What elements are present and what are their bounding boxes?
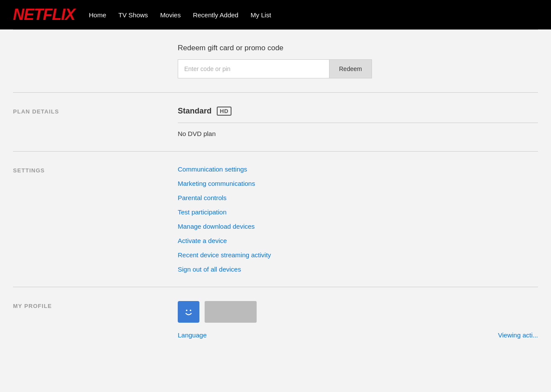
my-profile-section: MY PROFILE Language (13, 287, 538, 353)
my-profile-label: MY PROFILE (13, 301, 178, 339)
recent-device-streaming-link[interactable]: Recent device streaming activity (178, 251, 538, 259)
test-participation-link[interactable]: Test participation (178, 208, 538, 216)
settings-label: SETTINGS (13, 165, 178, 273)
sign-out-all-devices-link[interactable]: Sign out of all devices (178, 266, 538, 273)
plan-details-section: PLAN DETAILS Standard HD No DVD plan (13, 92, 538, 151)
plan-details-label: PLAN DETAILS (13, 107, 178, 137)
settings-content: Communication settings Marketing communi… (178, 165, 538, 273)
nav-links: Home TV Shows Movies Recently Added My L… (89, 11, 271, 19)
plan-name: Standard (178, 107, 212, 116)
profile-avatar-row (178, 301, 538, 323)
redeem-code-input[interactable] (178, 59, 329, 78)
marketing-communications-link[interactable]: Marketing communications (178, 180, 538, 187)
avatar[interactable] (178, 301, 199, 323)
redeem-section: Redeem gift card or promo code Redeem (13, 29, 538, 92)
nav-my-list[interactable]: My List (251, 11, 271, 19)
nav-movies[interactable]: Movies (160, 11, 181, 19)
netflix-logo: NETFLIX (13, 7, 75, 23)
redeem-button[interactable]: Redeem (329, 59, 372, 78)
manage-download-devices-link[interactable]: Manage download devices (178, 223, 538, 230)
profile-name-placeholder (205, 301, 257, 323)
svg-point-2 (190, 310, 192, 311)
settings-links-list: Communication settings Marketing communi… (178, 165, 538, 273)
viewing-activity-link[interactable]: Viewing acti... (498, 331, 538, 339)
redeem-title: Redeem gift card or promo code (178, 44, 538, 52)
nav-home[interactable]: Home (89, 11, 106, 19)
communication-settings-link[interactable]: Communication settings (178, 165, 538, 173)
nav-tv-shows[interactable]: TV Shows (118, 11, 148, 19)
hd-badge: HD (217, 107, 231, 116)
navbar: NETFLIX Home TV Shows Movies Recently Ad… (0, 0, 551, 29)
language-link[interactable]: Language (178, 331, 207, 339)
activate-device-link[interactable]: Activate a device (178, 237, 538, 244)
svg-point-1 (186, 310, 188, 311)
nav-recently-added[interactable]: Recently Added (193, 11, 238, 19)
plan-details-content: Standard HD No DVD plan (178, 107, 538, 137)
svg-point-0 (183, 306, 195, 318)
profile-links-container: Language Viewing acti... (178, 331, 538, 339)
plan-name-row: Standard HD (178, 107, 538, 123)
parental-controls-link[interactable]: Parental controls (178, 194, 538, 201)
my-profile-content: Language Viewing acti... (178, 301, 538, 339)
main-content: Redeem gift card or promo code Redeem PL… (0, 29, 551, 353)
smiley-icon (182, 305, 196, 319)
redeem-section-label (13, 44, 178, 78)
redeem-section-content: Redeem gift card or promo code Redeem (178, 44, 538, 78)
plan-dvd: No DVD plan (178, 130, 538, 137)
redeem-row: Redeem (178, 59, 538, 78)
settings-section: SETTINGS Communication settings Marketin… (13, 151, 538, 287)
